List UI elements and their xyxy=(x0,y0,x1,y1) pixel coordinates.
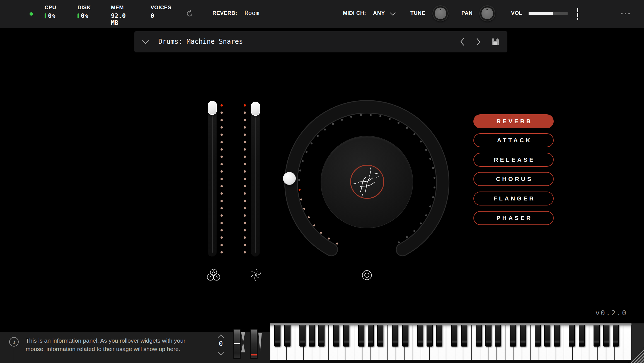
black-key[interactable] xyxy=(299,325,306,347)
black-key[interactable] xyxy=(613,325,619,347)
knob-scale-dot xyxy=(336,243,338,245)
phaser-button[interactable]: PHASER xyxy=(473,211,554,225)
black-key[interactable] xyxy=(377,325,383,347)
slider-scale-dot xyxy=(244,236,246,239)
slider-2-thumb[interactable] xyxy=(251,102,260,116)
slider-scale-dot xyxy=(244,148,246,151)
slider-scale-dot xyxy=(221,119,223,121)
slider-scale-dot xyxy=(244,192,246,195)
transpose-value[interactable]: 0 xyxy=(217,340,224,348)
preset-next-icon[interactable] xyxy=(476,38,481,46)
keys xyxy=(270,325,631,360)
slider-scale-dot xyxy=(221,244,223,246)
black-key[interactable] xyxy=(333,325,339,347)
sampler-app: CPU 0% DISK 0% MEM 92.0 MB VOICES 0 REVE… xyxy=(0,0,644,363)
info-icon: i xyxy=(9,337,19,347)
slider-scale-dot xyxy=(244,207,246,209)
slider-scale-dot xyxy=(244,126,246,129)
preset-prev-icon[interactable] xyxy=(459,38,465,46)
disk-value: 0% xyxy=(81,12,88,19)
black-key[interactable] xyxy=(318,325,325,347)
black-key[interactable] xyxy=(392,325,398,347)
attack-button[interactable]: ATTACK xyxy=(473,133,554,147)
preset-chevron-down-icon[interactable] xyxy=(142,40,149,44)
black-key[interactable] xyxy=(579,325,585,347)
mod-wheel[interactable] xyxy=(250,329,258,359)
reverb-button[interactable]: REVERB xyxy=(473,114,554,128)
black-key[interactable] xyxy=(485,325,492,347)
slider-1-scale xyxy=(221,104,223,255)
transpose-up-icon[interactable] xyxy=(217,334,224,338)
flanger-button[interactable]: FLANGER xyxy=(473,192,554,205)
preset-bar[interactable]: Drums: Machine Snares xyxy=(134,31,507,52)
black-key[interactable] xyxy=(274,325,280,347)
black-key[interactable] xyxy=(544,325,550,347)
pitch-wheel[interactable] xyxy=(233,329,241,359)
midi-chevron-down-icon[interactable] xyxy=(390,12,396,16)
slider-scale-dot xyxy=(244,163,246,165)
refresh-icon[interactable] xyxy=(186,10,193,18)
black-key[interactable] xyxy=(343,325,349,347)
tune-knob-indicator xyxy=(440,9,441,10)
voices-label: VOICES xyxy=(151,4,171,11)
knob-scale-dot xyxy=(434,187,435,188)
piano-keyboard[interactable] xyxy=(270,323,644,363)
black-key[interactable] xyxy=(427,325,433,347)
white-key[interactable] xyxy=(623,325,631,360)
black-key[interactable] xyxy=(451,325,457,347)
slider-scale-dot xyxy=(221,185,223,187)
preset-save-icon[interactable] xyxy=(491,37,500,46)
more-menu-icon[interactable] xyxy=(621,13,632,14)
slider-scale-dot xyxy=(221,236,223,239)
transpose-down-icon[interactable] xyxy=(217,352,224,355)
chorus-button[interactable]: CHORUS xyxy=(473,172,554,186)
knob-scale-dot xyxy=(389,118,391,120)
slider-scale-dot xyxy=(244,119,246,121)
midi-channel-value[interactable]: ANY xyxy=(373,10,385,16)
slider-scale-dot xyxy=(244,244,246,246)
slider-scale-dot xyxy=(221,192,223,195)
black-key[interactable] xyxy=(436,325,442,347)
black-key[interactable] xyxy=(309,325,315,347)
black-key[interactable] xyxy=(495,325,501,347)
slider-2-scale xyxy=(244,104,246,255)
black-key[interactable] xyxy=(284,325,290,347)
cpu-meter-bar xyxy=(45,13,46,18)
preset-name[interactable]: Drums: Machine Snares xyxy=(158,38,243,45)
slider-2-track[interactable] xyxy=(251,101,260,256)
black-key[interactable] xyxy=(535,325,541,347)
black-key[interactable] xyxy=(402,325,408,347)
volume-slider[interactable] xyxy=(529,12,568,15)
slider-1-thumb[interactable] xyxy=(208,101,217,115)
top-bar: CPU 0% DISK 0% MEM 92.0 MB VOICES 0 REVE… xyxy=(0,0,644,28)
volume-label: VOL xyxy=(511,10,522,16)
black-key[interactable] xyxy=(603,325,609,347)
black-key[interactable] xyxy=(510,325,516,347)
mem-label: MEM xyxy=(111,4,124,11)
tune-knob[interactable] xyxy=(432,5,449,21)
slider-scale-dot xyxy=(221,134,223,136)
black-key[interactable] xyxy=(554,325,560,347)
black-key[interactable] xyxy=(358,325,364,347)
black-key[interactable] xyxy=(476,325,482,347)
slider-scale-dot xyxy=(221,207,223,209)
knob-scale-dot xyxy=(370,114,372,116)
pan-knob[interactable] xyxy=(479,5,495,21)
black-key[interactable] xyxy=(569,325,575,347)
slider-scale-dot xyxy=(244,156,246,158)
release-button[interactable]: RELEASE xyxy=(473,153,554,167)
black-key[interactable] xyxy=(368,325,374,347)
tune-label: TUNE xyxy=(410,10,425,16)
slider-1-track[interactable] xyxy=(208,101,217,256)
black-key[interactable] xyxy=(461,325,467,347)
keyboard-bottom-rail xyxy=(270,360,631,363)
black-key[interactable] xyxy=(594,325,600,347)
slider-scale-dot xyxy=(244,178,246,180)
black-key[interactable] xyxy=(417,325,423,347)
knob-scale-dot xyxy=(328,238,330,239)
volume-slider-fill xyxy=(529,12,553,15)
reverb-value[interactable]: Room xyxy=(244,9,259,16)
black-key[interactable] xyxy=(520,325,526,347)
knob-scale-dot xyxy=(429,205,431,207)
slider-scale-dot xyxy=(221,222,223,224)
